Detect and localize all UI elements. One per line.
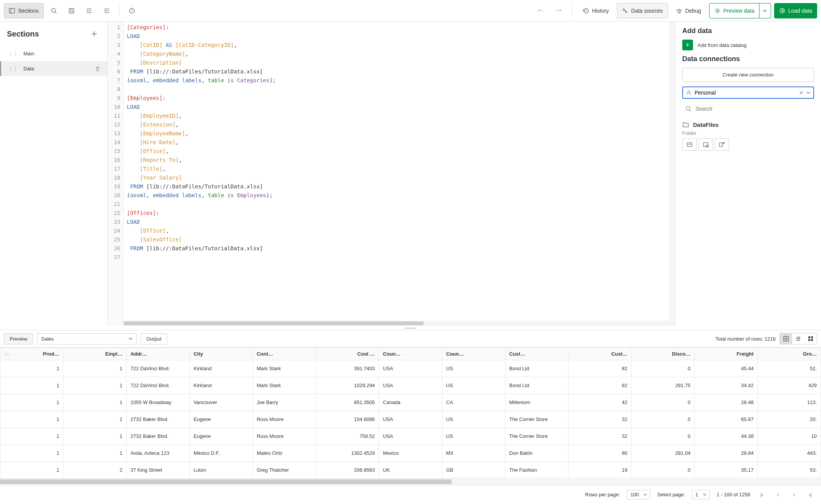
create-connection-label: Create new connection — [723, 72, 774, 78]
chevron-down-icon[interactable] — [806, 91, 810, 95]
col-gro[interactable]: Gro… — [758, 348, 821, 360]
svg-line-29 — [690, 110, 691, 111]
svg-rect-0 — [9, 8, 15, 13]
preview-data-caret[interactable] — [760, 3, 771, 18]
col-counc[interactable]: Coun… — [442, 348, 505, 360]
table-row[interactable]: 112732 Baker Blvd.EugeneRoss Moore758.52… — [0, 428, 821, 445]
col-cost[interactable]: Cost … — [316, 348, 379, 360]
create-connection-button[interactable]: Create new connection — [682, 68, 814, 82]
add-section-button[interactable] — [88, 28, 100, 40]
col-cont[interactable]: Cont… — [253, 348, 316, 360]
drag-handle-icon[interactable]: ⋮⋮ — [8, 66, 18, 72]
table-row[interactable]: 1237 King StreetLutonGreg Thatcher336.85… — [0, 462, 821, 479]
output-tab[interactable]: Output — [141, 333, 167, 344]
sidebar-title: Sections — [7, 30, 39, 38]
table-horizontal-scrollbar[interactable] — [0, 479, 821, 485]
vertical-splitter[interactable] — [0, 326, 821, 330]
prev-page-button[interactable]: ‹ — [773, 490, 783, 499]
add-from-catalog-button[interactable]: + Add from data catalog — [682, 40, 814, 50]
col-coun[interactable]: Coun… — [379, 348, 442, 360]
connection-search[interactable] — [682, 103, 814, 114]
undo-button[interactable] — [533, 3, 548, 18]
sidebar-item-data[interactable]: ⋮⋮Data — [0, 61, 107, 76]
comment-button[interactable] — [64, 3, 79, 18]
table-row[interactable]: 112732 Baker Blvd.EugeneRoss Moore154.80… — [0, 411, 821, 428]
toolbar: Sections ? — [0, 0, 821, 22]
svg-rect-32 — [703, 143, 708, 146]
catalog-label: Add from data catalog — [698, 42, 746, 48]
grid-icon — [783, 336, 789, 341]
folder-icon — [682, 121, 689, 128]
plus-icon: + — [682, 40, 693, 50]
data-sources-icon — [622, 8, 628, 14]
view-card-button[interactable] — [804, 333, 817, 344]
data-sources-button[interactable]: Data sources — [617, 3, 668, 18]
outdent-button[interactable] — [99, 3, 115, 18]
history-button[interactable]: History — [578, 3, 614, 18]
preview-table[interactable]: ↑↓ Prod…Empl…Addr…CityCont…Cost …Coun…Co… — [0, 348, 821, 479]
editor-vertical-scrollbar[interactable] — [669, 22, 675, 326]
preview-tab[interactable]: Preview — [4, 333, 33, 344]
debug-icon — [676, 8, 682, 14]
edit-connection-button[interactable] — [715, 138, 729, 151]
col-addr[interactable]: Addr… — [126, 348, 189, 360]
debug-button[interactable]: Debug — [671, 3, 706, 18]
last-page-button[interactable]: ›| — [806, 490, 815, 499]
comment-icon — [68, 8, 75, 14]
connection-search-input[interactable] — [695, 106, 811, 112]
plus-icon — [91, 30, 98, 37]
preview-table-select[interactable]: Sales — [37, 333, 137, 344]
space-filter-dropdown[interactable]: ✕ — [682, 86, 814, 99]
connection-datafiles[interactable]: DataFiles Folder — [682, 119, 814, 151]
debug-label: Debug — [685, 8, 701, 14]
table-row[interactable]: 11Avda. Azteca 123México D.F.Mateo Ortiz… — [0, 445, 821, 462]
insert-connection-button[interactable] — [682, 138, 697, 151]
svg-rect-43 — [808, 339, 810, 341]
col-prod[interactable]: ↑↓ Prod… — [0, 348, 63, 360]
rows-per-page-select[interactable]: 100 — [627, 490, 650, 499]
load-data-label: Load data — [788, 8, 812, 14]
next-page-button[interactable]: › — [789, 490, 799, 499]
code-area[interactable]: [Categories]:LOAD [CatID] AS [CatID-Cate… — [124, 22, 669, 326]
load-data-button[interactable]: Load data — [774, 3, 817, 18]
clear-icon[interactable]: ✕ — [799, 90, 803, 96]
chevron-down-icon — [763, 9, 767, 13]
col-cust[interactable]: Cust… — [505, 348, 568, 360]
sections-toggle-button[interactable]: Sections — [4, 3, 44, 18]
chevron-down-icon — [703, 493, 706, 496]
delete-section-button[interactable] — [95, 66, 100, 72]
section-label: Main — [23, 51, 34, 57]
col-city[interactable]: City — [189, 348, 253, 360]
redo-button[interactable] — [551, 3, 567, 18]
preview-icon — [714, 8, 720, 14]
separator — [572, 5, 572, 16]
connections-heading: Data connections — [682, 55, 814, 63]
help-icon: ? — [129, 8, 135, 14]
svg-rect-41 — [808, 336, 810, 338]
col-freight[interactable]: Freight — [695, 348, 758, 360]
indent-button[interactable] — [81, 3, 97, 18]
table-row[interactable]: 111055 W BroadwayVancouverJoe Barry851.3… — [0, 394, 821, 411]
search-button[interactable] — [46, 3, 61, 18]
cards-icon — [808, 336, 813, 341]
pager: Rows per page: 100 Select page: 1 1 - 10… — [0, 485, 821, 504]
drag-handle-icon[interactable]: ⋮⋮ — [8, 51, 18, 57]
code-editor[interactable]: 1234567891011121314151617181920212223242… — [108, 22, 675, 326]
space-filter-input[interactable] — [695, 90, 796, 96]
help-button[interactable]: ? — [124, 3, 140, 18]
table-row[interactable]: 11722 DaVinci Blvd.KirklandMark Stark102… — [0, 377, 821, 394]
preview-data-button[interactable]: Preview data — [709, 3, 760, 18]
sidebar-item-main[interactable]: ⋮⋮Main — [0, 46, 107, 61]
view-table-button[interactable] — [780, 333, 792, 344]
load-icon — [779, 8, 785, 14]
table-row[interactable]: 11722 DaVinci Blvd.KirklandMark Stark391… — [0, 360, 821, 377]
col-disc[interactable]: Disco… — [632, 348, 695, 360]
select-data-button[interactable] — [698, 138, 713, 151]
svg-text:?: ? — [131, 9, 133, 13]
view-list-button[interactable] — [792, 333, 804, 344]
col-empl[interactable]: Empl… — [63, 348, 126, 360]
select-page-select[interactable]: 1 — [692, 490, 710, 499]
first-page-button[interactable]: |‹ — [757, 490, 766, 499]
editor-horizontal-scrollbar[interactable] — [124, 321, 669, 326]
col-custn[interactable]: Cust… — [568, 348, 631, 360]
